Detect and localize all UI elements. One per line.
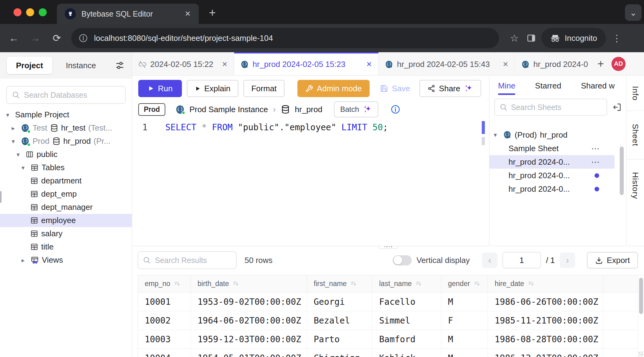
cell[interactable]: 1954-05-01T00:00:00Z	[191, 349, 307, 357]
sheet-tab-3[interactable]: hr_prod 2024-02-05 15:43 ✕	[379, 52, 515, 75]
caret-down-icon[interactable]: ▾	[12, 138, 18, 145]
column-header-last-name[interactable]: last_name	[372, 275, 441, 292]
forward-button[interactable]: →	[25, 33, 46, 44]
rail-tab-history[interactable]: History	[626, 159, 644, 212]
browser-tab[interactable]: Bytebase SQL Editor ✕	[57, 4, 199, 24]
sheet-item-selected[interactable]: hr_prod 2024-0... ⋯	[489, 155, 615, 169]
side-panel-icon[interactable]	[527, 33, 536, 43]
tab-mine[interactable]: Mine	[498, 76, 515, 96]
resize-grip[interactable]	[637, 350, 643, 356]
sidebar-resize-handle[interactable]	[0, 191, 135, 203]
tab-instance[interactable]: Instance	[66, 61, 96, 70]
sheet-tab-4[interactable]: hr_prod 2024-0	[515, 52, 592, 75]
column-header-birth-date[interactable]: birth_date	[191, 275, 307, 292]
sheet-tab-active[interactable]: hr_prod 2024-02-05 15:23 ✕	[234, 52, 379, 75]
collapse-panel-icon[interactable]	[612, 102, 622, 112]
sheet-item-menu-icon[interactable]: ⋯	[591, 143, 600, 154]
tree-item-table-salary[interactable]: salary	[0, 227, 132, 240]
results-scrollbar-thumb[interactable]	[639, 278, 643, 314]
new-browser-tab-button[interactable]: +	[209, 7, 216, 18]
tab-shared-with-me[interactable]: Shared w	[581, 76, 615, 96]
tree-item-prod-db[interactable]: ▾ Prod hr_prod (Pr...	[0, 135, 132, 148]
tree-item-table-department[interactable]: department	[0, 174, 132, 187]
search-results-input[interactable]	[155, 256, 232, 265]
site-info-icon[interactable]	[79, 33, 88, 43]
admin-mode-button[interactable]: Admin mode	[297, 80, 370, 97]
tree-item-project[interactable]: ▾ Sample Project	[0, 108, 132, 121]
cell[interactable]: Simmel	[372, 311, 441, 330]
close-tab-icon[interactable]: ✕	[366, 60, 372, 69]
tree-item-table-title[interactable]: title	[0, 240, 132, 253]
editor-scrollbar-track[interactable]	[482, 137, 485, 145]
cell[interactable]: F	[441, 311, 488, 330]
close-tab-icon[interactable]: ✕	[222, 60, 228, 69]
sheet-group-prod[interactable]: ▾ (Prod) hr_prod	[489, 128, 615, 142]
cell[interactable]: Bamford	[372, 330, 441, 348]
cell[interactable]: Georgi	[307, 292, 372, 311]
cell[interactable]: 1986-06-26T00:00:00Z	[488, 292, 603, 311]
environment-badge[interactable]: Prod	[138, 103, 165, 116]
format-button[interactable]: Format	[243, 80, 285, 97]
search-databases-input[interactable]	[24, 91, 120, 100]
cell[interactable]: Parto	[307, 330, 372, 348]
cell[interactable]: 1953-09-02T00:00:00Z	[191, 292, 307, 311]
tab-starred[interactable]: Starred	[535, 76, 561, 96]
save-button[interactable]: Save	[376, 80, 414, 97]
database-search[interactable]	[6, 86, 126, 104]
cell[interactable]: Bezalel	[307, 311, 372, 330]
results-scrollbar[interactable]	[638, 275, 644, 357]
column-header-gender[interactable]: gender	[441, 275, 488, 292]
search-sheets-input[interactable]	[511, 103, 602, 112]
next-page-button[interactable]: ›	[560, 253, 575, 268]
panel-resize-handle[interactable]	[378, 246, 398, 249]
new-sheet-tab-button[interactable]: +	[592, 52, 610, 75]
caret-right-icon[interactable]: ▸	[12, 124, 18, 132]
sql-editor[interactable]: 1 SELECT * FROM "public"."employee" LIMI…	[132, 122, 489, 132]
tab-project[interactable]: Project	[7, 57, 52, 74]
tree-item-tables-group[interactable]: ▾ Tables	[0, 161, 132, 174]
close-window-button[interactable]	[14, 8, 22, 16]
cell[interactable]: Facello	[372, 292, 441, 311]
sheet-item-sample[interactable]: Sample Sheet ⋯	[489, 142, 615, 155]
zoom-window-button[interactable]	[39, 8, 47, 16]
rail-tab-sheet[interactable]: Sheet	[626, 111, 644, 159]
info-icon[interactable]	[391, 104, 400, 114]
export-button[interactable]: Export	[587, 252, 638, 269]
close-tab-icon[interactable]: ✕	[503, 60, 509, 69]
caret-down-icon[interactable]: ▾	[494, 131, 500, 139]
browser-tab-close-icon[interactable]: ✕	[185, 10, 191, 18]
sheet-scrollbar-thumb[interactable]	[620, 147, 624, 195]
instance-name[interactable]: Prod Sample Instance	[189, 105, 268, 114]
caret-right-icon[interactable]: ▸	[22, 257, 28, 264]
cell[interactable]: 10002	[138, 311, 191, 330]
run-button[interactable]: Run	[138, 80, 182, 97]
database-name[interactable]: hr_prod	[295, 105, 323, 114]
cell[interactable]: M	[441, 292, 488, 311]
column-header-first-name[interactable]: first_name	[307, 275, 372, 292]
cell[interactable]: Koblick	[372, 349, 441, 357]
page-input[interactable]	[502, 252, 541, 269]
caret-down-icon[interactable]: ▾	[22, 164, 28, 171]
tab-search-button[interactable]: ⌄	[625, 4, 642, 21]
prev-page-button[interactable]: ‹	[482, 253, 497, 268]
column-header-hire-date[interactable]: hire_date	[488, 275, 603, 292]
results-search[interactable]	[138, 251, 237, 269]
cell[interactable]: Chirstian	[307, 349, 372, 357]
reload-button[interactable]: ⟳	[46, 32, 68, 44]
filter-sliders-icon[interactable]	[115, 60, 125, 71]
tree-item-schema-public[interactable]: ▾ public	[0, 148, 132, 161]
sheet-search[interactable]	[494, 99, 607, 116]
tree-item-table-employee-selected[interactable]: employee	[0, 214, 132, 227]
caret-down-icon[interactable]: ▾	[6, 111, 12, 119]
share-button[interactable]: Share	[419, 80, 481, 97]
user-avatar[interactable]: AD	[611, 57, 626, 71]
editor-scrollbar-thumb[interactable]	[482, 121, 485, 134]
caret-down-icon[interactable]: ▾	[17, 151, 23, 158]
sheet-tab-adhoc[interactable]: 2024-02-05 15:22 ✕	[132, 52, 234, 75]
cell[interactable]: 10004	[138, 349, 191, 357]
tree-item-views-group[interactable]: ▸ Views	[0, 253, 132, 267]
back-button[interactable]: ←	[3, 33, 25, 44]
cell[interactable]: M	[441, 349, 488, 357]
cell[interactable]: 1986-08-28T00:00:00Z	[488, 330, 603, 348]
cell[interactable]: 1986-12-01T00:00:00Z	[488, 349, 603, 357]
